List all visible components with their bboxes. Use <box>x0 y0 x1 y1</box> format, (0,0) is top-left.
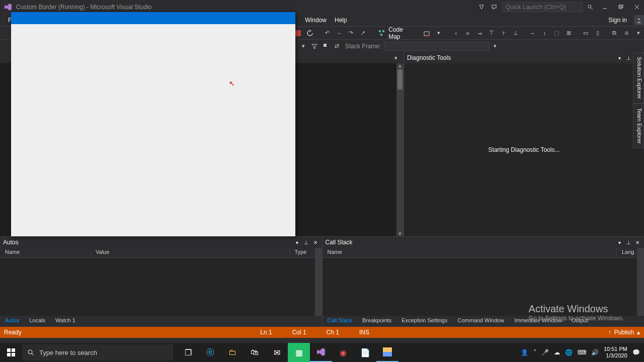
autos-col-name[interactable]: Name <box>0 248 91 257</box>
hspacing-icon[interactable]: ↔ <box>527 28 538 39</box>
network-icon[interactable]: 🌐 <box>565 349 573 356</box>
publish-button[interactable]: Publish <box>614 329 634 336</box>
filter-icon[interactable] <box>309 41 320 52</box>
callstack-col-lang[interactable]: Lang <box>617 248 637 257</box>
running-app-window[interactable] <box>11 12 295 236</box>
svg-line-2 <box>591 8 593 10</box>
tab-autos[interactable]: Autos <box>0 316 24 327</box>
editor-scrollbar[interactable]: ▲ ▼ <box>396 63 404 236</box>
svg-line-19 <box>32 353 34 355</box>
thread-dropdown-icon[interactable]: ▾ <box>298 41 309 52</box>
toolbox-icon[interactable] <box>421 28 432 39</box>
callstack-dropdown-icon[interactable]: ▾ <box>616 239 623 246</box>
svg-rect-20 <box>383 347 392 352</box>
taskbar-search[interactable]: Type here to search <box>22 344 173 360</box>
layout-b-icon[interactable]: ⧇ <box>621 28 632 39</box>
custom-app-icon[interactable] <box>376 343 398 362</box>
toback-icon[interactable]: ▯ <box>592 28 603 39</box>
app-icon-1[interactable]: ▦ <box>288 343 310 362</box>
camtasia-icon[interactable]: ◉ <box>332 343 354 362</box>
flag-icon[interactable] <box>320 41 331 52</box>
search-icon[interactable] <box>585 2 596 13</box>
callstack-pin-icon[interactable]: ⊥ <box>625 239 632 246</box>
overflow-icon[interactable]: ▾ <box>633 28 644 39</box>
notifications-icon[interactable] <box>476 2 487 13</box>
svg-rect-16 <box>7 353 11 356</box>
codemap-icon[interactable] <box>376 28 387 39</box>
tab-watch1[interactable]: Watch 1 <box>50 316 80 327</box>
keyboard-icon[interactable]: ⌨ <box>578 349 586 356</box>
vspacing-icon[interactable]: ↕ <box>539 28 550 39</box>
svg-rect-11 <box>380 34 382 36</box>
menu-window[interactable]: Window <box>301 14 331 26</box>
quick-launch-input[interactable] <box>502 2 583 12</box>
start-button[interactable] <box>0 343 22 362</box>
notepad-icon[interactable]: 📄 <box>354 343 376 362</box>
onedrive-icon[interactable]: ☁ <box>554 349 560 356</box>
threads-icon[interactable]: ⇄ <box>331 41 342 52</box>
align-bottom-icon[interactable]: ⊥ <box>510 28 521 39</box>
taskbar-clock[interactable]: 10:51 PM 1/3/2020 <box>604 346 627 359</box>
svg-rect-5 <box>620 5 623 8</box>
action-center-icon[interactable]: 💬 <box>632 349 640 356</box>
maximize-button[interactable] <box>614 2 628 13</box>
feedback-icon[interactable] <box>489 2 500 13</box>
status-ins: INS <box>359 329 369 336</box>
tab-dropdown-icon[interactable]: ▾ <box>390 52 401 63</box>
running-app-titlebar[interactable] <box>11 12 295 24</box>
tab-command-window[interactable]: Command Window <box>452 316 509 327</box>
tray-up-icon[interactable]: ˄ <box>533 349 536 356</box>
mail-icon[interactable]: ✉ <box>266 343 288 362</box>
stack-frame-combo[interactable] <box>384 42 490 51</box>
callstack-col-name[interactable]: Name <box>323 248 617 257</box>
volume-icon[interactable]: 🔊 <box>591 349 599 356</box>
align-center-h-icon[interactable]: ≡ <box>462 28 473 39</box>
size-icon[interactable]: ⬚ <box>551 28 562 39</box>
edge-icon[interactable]: ⓔ <box>199 343 221 362</box>
account-icon[interactable] <box>634 15 644 25</box>
minimize-button[interactable] <box>598 2 612 13</box>
tab-breakpoints[interactable]: Breakpoints <box>357 316 396 327</box>
autos-pin-icon[interactable]: ⊥ <box>303 239 310 246</box>
store-icon[interactable]: 🛍 <box>244 343 266 362</box>
tab-exception-settings[interactable]: Exception Settings <box>396 316 452 327</box>
align-middle-icon[interactable]: ⫯ <box>498 28 509 39</box>
menu-help[interactable]: Help <box>331 14 351 26</box>
mic-icon[interactable]: 🎤 <box>541 349 549 356</box>
panel-dropdown-icon[interactable]: ▾ <box>616 54 623 61</box>
restart-button[interactable] <box>304 28 315 39</box>
autos-dropdown-icon[interactable]: ▾ <box>294 239 301 246</box>
group-icon[interactable]: ⊞ <box>563 28 574 39</box>
tab-callstack[interactable]: Call Stack <box>323 316 358 327</box>
people-icon[interactable]: 👤 <box>521 349 528 356</box>
tab-locals[interactable]: Locals <box>24 316 50 327</box>
step-out-button[interactable]: ↗ <box>358 28 369 39</box>
code-map-button[interactable]: Code Map <box>388 26 416 40</box>
align-left-icon[interactable]: ⫞ <box>450 28 461 39</box>
activate-windows-watermark: Activate Windows Go to Settings to activ… <box>529 303 624 322</box>
autos-col-type[interactable]: Type <box>290 248 315 257</box>
step-over-button[interactable]: ↷ <box>346 28 357 39</box>
close-button[interactable] <box>630 2 644 13</box>
team-explorer-tab[interactable]: Team Explorer <box>633 104 644 148</box>
taskview-icon[interactable]: ❐ <box>177 343 199 362</box>
tofront-icon[interactable]: ▭ <box>580 28 591 39</box>
align-right-icon[interactable]: ⫤ <box>474 28 485 39</box>
autos-close-icon[interactable]: ✕ <box>312 239 319 246</box>
stack-frame-overflow-icon[interactable]: ▾ <box>490 41 501 52</box>
file-explorer-icon[interactable]: 🗀 <box>221 343 244 362</box>
dropdown-icon[interactable]: ▾ <box>433 28 444 39</box>
svg-rect-17 <box>12 353 15 356</box>
layout-a-icon[interactable]: ⧉ <box>609 28 620 39</box>
callstack-close-icon[interactable]: ✕ <box>634 239 641 246</box>
step-into-button[interactable]: → <box>334 28 345 39</box>
autos-header: Autos ▾ ⊥ ✕ <box>0 237 322 248</box>
publish-up-icon[interactable]: ↑ <box>608 329 611 336</box>
autos-col-value[interactable]: Value <box>91 248 290 257</box>
solution-explorer-tab[interactable]: Solution Explorer <box>633 52 644 104</box>
align-top-icon[interactable]: ⊤ <box>486 28 497 39</box>
visual-studio-icon[interactable] <box>310 343 332 362</box>
sign-in-link[interactable]: Sign in <box>608 17 631 24</box>
pin-icon[interactable]: ⊥ <box>625 54 632 61</box>
step-back-button[interactable]: ↶ <box>321 28 333 39</box>
